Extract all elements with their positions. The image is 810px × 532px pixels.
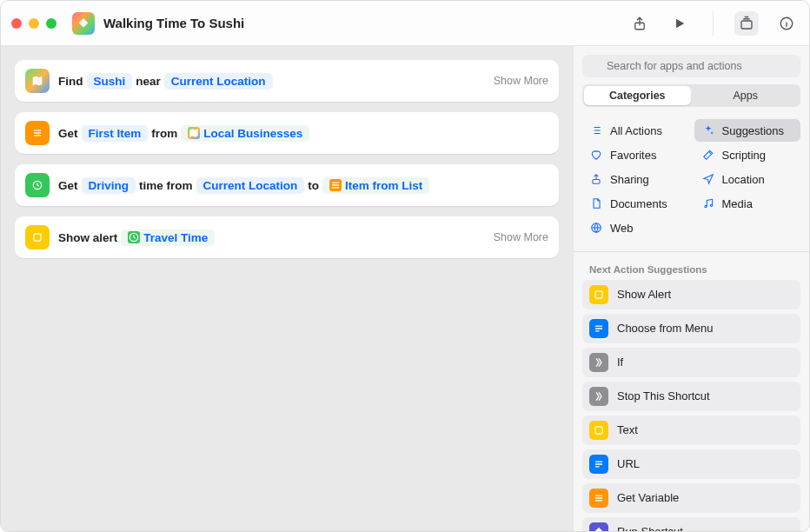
category-item-media[interactable]: Media	[694, 192, 801, 215]
svg-rect-11	[595, 291, 602, 298]
show-more-button[interactable]: Show More	[494, 75, 548, 87]
blue-suggestion-icon	[589, 455, 608, 474]
heart-icon	[589, 148, 603, 162]
suggestion-item[interactable]: Run Shortcut	[582, 517, 800, 531]
action-card[interactable]: FindSushinearCurrent LocationShow More	[15, 60, 559, 102]
yellow-action-icon	[25, 225, 50, 249]
magic-variable-token[interactable]: Travel Time	[121, 229, 215, 246]
action-text: from	[151, 127, 177, 140]
grey-suggestion-icon	[589, 387, 608, 406]
green-action-icon	[25, 173, 50, 197]
globe-icon	[589, 221, 603, 235]
search-input[interactable]	[582, 55, 800, 77]
action-text: time from	[139, 179, 193, 192]
parameter-token[interactable]: Driving	[82, 177, 136, 194]
suggestion-item[interactable]: URL	[582, 449, 800, 479]
category-label: Location	[722, 173, 765, 186]
svg-rect-7	[593, 180, 600, 184]
traffic-lights	[11, 18, 56, 29]
tab-categories[interactable]: Categories	[584, 86, 691, 105]
suggestion-item[interactable]: Show Alert	[582, 280, 800, 309]
action-text: Get	[58, 127, 78, 140]
parameter-token[interactable]: First Item	[82, 125, 149, 142]
suggestion-item[interactable]: If	[582, 348, 800, 377]
sparkle-icon	[701, 123, 715, 137]
window-body: FindSushinearCurrent LocationShow MoreGe…	[1, 46, 809, 531]
titlebar-toolbar	[627, 11, 799, 36]
suggestion-label: Show Alert	[617, 288, 671, 301]
magic-variable-label: Travel Time	[143, 231, 208, 244]
category-item-sharing[interactable]: Sharing	[582, 168, 689, 190]
orange-mini-icon	[329, 179, 342, 191]
category-label: Media	[722, 197, 753, 210]
parameter-token[interactable]: Sushi	[87, 73, 133, 90]
category-grid: All ActionsSuggestionsFavoritesScripting…	[574, 116, 809, 248]
workflow-editor[interactable]: FindSushinearCurrent LocationShow MoreGe…	[1, 46, 573, 531]
minimize-window-button[interactable]	[29, 18, 39, 29]
suggestions-section-title: Next Action Suggestions	[574, 256, 809, 280]
magic-variable-token[interactable]: Local Businesses	[181, 125, 309, 142]
run-button[interactable]	[667, 11, 692, 36]
suggestion-label: Stop This Shortcut	[617, 389, 710, 402]
parameter-token[interactable]: Current Location	[164, 73, 273, 90]
share-button[interactable]	[627, 11, 652, 36]
library-toggle-button[interactable]	[734, 11, 759, 36]
shortcuts-window: Walking Time To Sushi FindSushinearCurre…	[0, 0, 810, 532]
suggestion-label: Get Variable	[617, 491, 679, 504]
suggestion-item[interactable]: Stop This Shortcut	[582, 382, 800, 411]
suggestion-item[interactable]: Choose from Menu	[582, 314, 800, 343]
magic-variable-token[interactable]: Item from List	[322, 177, 429, 194]
svg-rect-1	[741, 21, 752, 29]
suggestion-item[interactable]: Get Variable	[582, 483, 800, 513]
shortcut-icon	[72, 12, 95, 35]
category-item-documents[interactable]: Documents	[582, 192, 689, 215]
suggestion-label: URL	[617, 457, 640, 470]
suggestion-item[interactable]: Text	[582, 416, 800, 445]
green-mini-icon	[128, 231, 140, 243]
section-separator	[574, 251, 809, 252]
svg-point-8	[704, 205, 706, 207]
tab-apps[interactable]: Apps	[693, 86, 800, 105]
orange-action-icon	[25, 121, 50, 145]
zoom-window-button[interactable]	[46, 18, 56, 29]
blue-suggestion-icon	[589, 319, 608, 338]
library-sidebar: Categories Apps All ActionsSuggestionsFa…	[573, 46, 809, 531]
svg-rect-4	[34, 234, 41, 241]
grey-suggestion-icon	[589, 353, 608, 372]
action-text: to	[308, 179, 319, 192]
category-item-all-actions[interactable]: All Actions	[582, 119, 689, 142]
category-item-scripting[interactable]: Scripting	[694, 143, 801, 166]
suggestion-label: If	[617, 356, 623, 369]
svg-point-9	[710, 204, 712, 206]
category-item-suggestions[interactable]: Suggestions	[694, 119, 801, 142]
show-more-button[interactable]: Show More	[494, 231, 548, 243]
suggestion-label: Choose from Menu	[617, 322, 714, 335]
action-card[interactable]: GetDrivingtime fromCurrent LocationtoIte…	[15, 164, 559, 206]
action-content: GetDrivingtime fromCurrent LocationtoIte…	[58, 177, 429, 194]
yellow-suggestion-icon	[589, 421, 608, 440]
action-content: GetFirst ItemfromLocal Businesses	[58, 125, 309, 142]
category-label: Web	[610, 222, 634, 235]
wand-icon	[701, 148, 715, 162]
suggestion-label: Text	[617, 423, 638, 436]
category-label: Documents	[610, 197, 667, 210]
search-container	[574, 46, 809, 84]
doc-icon	[589, 196, 603, 210]
action-content: Show alertTravel Time	[58, 229, 215, 246]
category-item-favorites[interactable]: Favorites	[582, 143, 689, 166]
orange-suggestion-icon	[589, 489, 608, 508]
action-card[interactable]: GetFirst ItemfromLocal Businesses	[15, 112, 559, 154]
share-icon	[589, 172, 603, 186]
category-label: Favorites	[610, 149, 656, 162]
category-item-location[interactable]: Location	[694, 168, 801, 190]
suggestion-label: Run Shortcut	[617, 525, 683, 531]
library-tabs: Categories Apps	[582, 84, 800, 107]
suggestion-list: Show AlertChoose from MenuIfStop This Sh…	[574, 280, 809, 531]
info-button[interactable]	[774, 11, 799, 36]
parameter-token[interactable]: Current Location	[196, 177, 305, 194]
category-item-web[interactable]: Web	[582, 216, 689, 239]
purple-suggestion-icon	[589, 522, 608, 531]
action-text: Show alert	[58, 231, 117, 244]
close-window-button[interactable]	[11, 18, 22, 29]
action-card[interactable]: Show alertTravel TimeShow More	[15, 216, 559, 258]
